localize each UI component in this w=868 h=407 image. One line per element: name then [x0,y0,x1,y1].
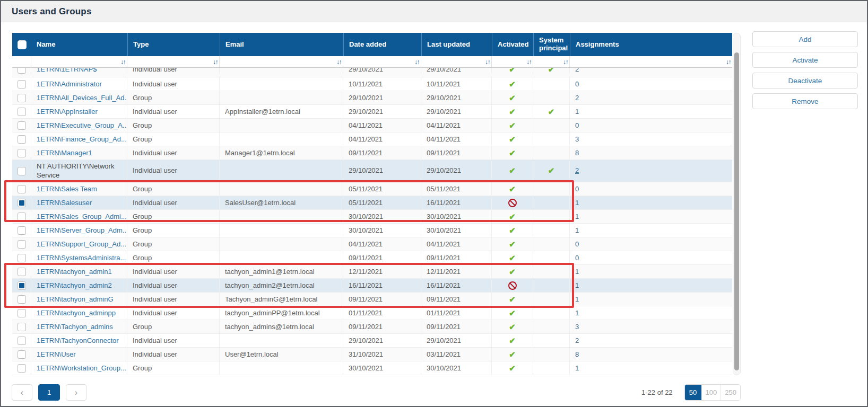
user-name-link[interactable]: 1ETRN\TachyonConnector [37,337,119,344]
row-checkbox[interactable] [18,268,26,276]
user-name-link[interactable]: 1ETRN\Administrator [37,80,102,88]
column-header-assignments[interactable]: Assignments [570,33,732,56]
row-checkbox[interactable] [18,295,26,304]
row-checkbox[interactable] [18,350,26,359]
row-checkbox[interactable] [18,199,26,207]
filter-input-email[interactable]: ↓↑ [220,56,343,67]
activated-cell: ✔ [492,105,533,118]
table-row: 1ETRN\1ETRNAP$Individual user29/10/20212… [12,68,732,77]
email-cell [220,210,343,223]
user-name-link[interactable]: 1ETRN\SystemsAdministra... [37,254,126,262]
user-name-link[interactable]: 1ETRN\All_Devices_Full_Ad... [37,94,127,102]
user-name-link[interactable]: 1ETRN\Server_Group_Adm... [37,226,127,234]
page-size-option-250[interactable]: 250 [721,385,740,400]
user-name-link[interactable]: 1ETRN\tachyon_adminpp [37,309,116,317]
system-principal-cell [533,237,570,251]
column-header-email[interactable]: Email [220,33,343,56]
current-page-button[interactable]: 1 [38,384,60,401]
prev-page-button[interactable]: ‹ [12,384,32,401]
page-size-option-50[interactable]: 50 [685,385,701,400]
filter-input-last-updated[interactable]: ↓↑ [421,56,492,67]
user-name-link[interactable]: 1ETRN\Workstation_Group... [37,364,126,372]
row-checkbox[interactable] [18,108,26,116]
user-name-link[interactable]: 1ETRN\Support_Group_Ad... [37,240,126,248]
row-checkbox[interactable] [18,213,26,221]
user-name-link[interactable]: 1ETRN\tachyon_adminG [37,295,114,303]
deactivate-button[interactable]: Deactivate [752,73,858,89]
filter-input-activated[interactable]: ↓↑ [492,56,533,67]
row-checkbox[interactable] [18,121,26,130]
row-checkbox[interactable] [18,337,26,345]
page-size-option-100[interactable]: 100 [701,385,721,400]
scrollbar-thumb[interactable] [734,52,739,370]
sort-icon[interactable]: ↓↑ [414,58,419,66]
row-checkbox[interactable] [18,226,26,235]
activate-button[interactable]: Activate [752,52,858,68]
sort-icon[interactable]: ↓↑ [336,58,341,66]
sort-icon[interactable]: ↓↑ [726,58,731,66]
date-added-cell: 09/11/2021 [343,146,421,160]
user-name-link[interactable]: 1ETRN\Executive_Group_A... [37,121,127,129]
user-name-link[interactable]: 1ETRN\tachyon_admin2 [37,281,112,289]
name-cell: 1ETRN\Server_Group_Adm... [31,224,127,237]
row-checkbox[interactable] [18,254,26,262]
assignments-cell: 2 [570,91,732,104]
name-cell: 1ETRN\tachyon_adminpp [31,306,127,320]
row-checkbox[interactable] [18,281,26,290]
row-checkbox[interactable] [18,323,26,331]
activated-cell: ✔ [492,210,533,223]
email-cell: Manager1@1etrn.local [220,146,343,160]
user-name-link[interactable]: 1ETRN\Salesuser [37,199,92,207]
user-name-link[interactable]: 1ETRN\Manager1 [37,149,92,157]
filter-input-name[interactable]: ↓↑ [31,56,127,67]
column-header-activated[interactable]: Activated [492,33,533,56]
user-name-link[interactable]: 1ETRN\AppInstaller [37,108,98,116]
row-checkbox[interactable] [18,68,26,74]
row-checkbox[interactable] [18,80,26,89]
column-header-date-added[interactable]: Date added [343,33,421,56]
user-name-link[interactable]: 1ETRN\Tachyon_admins [37,323,113,331]
row-checkbox[interactable] [18,185,26,193]
filter-input-type[interactable]: ↓↑ [127,56,220,67]
name-cell: 1ETRN\Executive_Group_A... [31,119,127,132]
sort-icon[interactable]: ↓↑ [526,58,531,66]
row-checkbox[interactable] [18,240,26,249]
column-header-name[interactable]: Name [31,33,127,56]
assignments-link[interactable]: 2 [575,166,579,175]
select-all-checkbox[interactable] [18,40,27,49]
column-header-type[interactable]: Type [127,33,220,56]
type-cell: Group [127,182,220,196]
row-checkbox[interactable] [18,135,26,144]
column-header-last-updated[interactable]: Last updated [421,33,492,56]
activated-cell: ✔ [492,306,533,320]
type-cell: Group [127,237,220,251]
user-name-link[interactable]: 1ETRN\Finance_Group_Ad... [37,135,127,143]
user-name-link[interactable]: 1ETRN\Sales_Group_Admi... [37,213,127,220]
system-principal-cell [533,210,570,223]
remove-button[interactable]: Remove [752,93,858,109]
sort-icon[interactable]: ↓↑ [563,58,568,66]
filter-input-assignments[interactable]: ↓↑ [570,56,732,67]
email-cell [220,182,343,196]
user-name-link[interactable]: 1ETRN\Sales Team [37,185,97,193]
sort-icon[interactable]: ↓↑ [213,58,218,66]
user-name-link[interactable]: 1ETRN\User [37,350,76,358]
add-button[interactable]: Add [752,31,858,47]
sort-icon[interactable]: ↓↑ [485,58,490,66]
row-checkbox[interactable] [18,309,26,317]
filter-input-system-principal[interactable]: ↓↑ [533,56,570,67]
user-name-link[interactable]: 1ETRN\tachyon_admin1 [37,268,112,276]
activated-cell: ✔ [492,91,533,104]
row-checkbox[interactable] [18,94,26,102]
column-header-system-principal[interactable]: System principal [533,33,570,56]
row-checkbox[interactable] [18,167,26,175]
filter-input-date-added[interactable]: ↓↑ [343,56,421,67]
user-name-link[interactable]: 1ETRN\1ETRNAP$ [37,68,97,73]
check-icon: ✔ [509,121,516,130]
row-checkbox[interactable] [18,149,26,157]
vertical-scrollbar[interactable] [733,33,741,375]
next-page-button[interactable]: › [66,384,86,401]
row-checkbox[interactable] [18,364,26,373]
assignments-cell: 1 [570,279,732,292]
sort-icon[interactable]: ↓↑ [120,58,125,66]
